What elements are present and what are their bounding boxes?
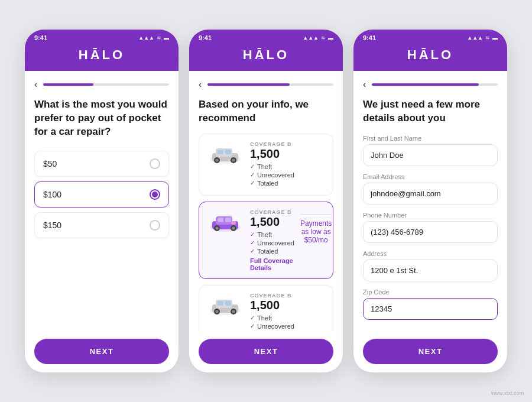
next-button-1[interactable]: NEXT xyxy=(34,339,169,364)
option-list: $50 $100 $150 xyxy=(34,151,169,238)
battery-icon-2: ▬ xyxy=(328,35,333,41)
status-time-2: 9:41 xyxy=(199,34,212,41)
coverage-amount-2: 1,500 xyxy=(250,215,294,229)
app-header-2: HĀLO xyxy=(189,44,343,71)
nav-row-3: ‹ xyxy=(363,79,498,90)
progress-fill-1 xyxy=(43,83,93,86)
watermark: www.xtxt.com xyxy=(491,390,524,396)
progress-track-1 xyxy=(43,83,169,86)
progress-track-2 xyxy=(207,83,333,86)
status-bar-3: 9:41 ▲▲▲ ≋ ▬ xyxy=(353,30,507,44)
input-phone[interactable] xyxy=(363,221,498,243)
input-email[interactable] xyxy=(363,183,498,205)
screen1-content: ‹ What is the most you would prefer to p… xyxy=(25,71,179,332)
feature-1-2: ✓Unrecovered xyxy=(250,171,326,179)
car-icon-1 xyxy=(206,141,244,165)
form-group-zip: Zip Code xyxy=(363,288,498,320)
feature-3-1: ✓Theft xyxy=(250,315,326,322)
phone-screen-1: 9:41 ▲▲▲ ≋ ▬ HĀLO ‹ What is the most you… xyxy=(25,30,179,372)
svg-point-6 xyxy=(216,158,219,161)
details-title: We just need a few more details about yo… xyxy=(363,98,498,125)
svg-point-16 xyxy=(216,226,219,229)
back-button-3[interactable]: ‹ xyxy=(363,79,366,90)
battery-icon-3: ▬ xyxy=(492,35,498,41)
progress-fill-3 xyxy=(372,83,479,86)
coverage-info-1: COVERAGE B 1,500 ✓Theft ✓Unrecovered ✓To… xyxy=(250,141,326,188)
app-logo-2: HĀLO xyxy=(199,47,333,63)
label-email: Email Address xyxy=(363,173,498,180)
svg-rect-13 xyxy=(225,218,231,222)
status-bar-2: 9:41 ▲▲▲ ≋ ▬ xyxy=(189,30,343,44)
phone-screen-2: 9:41 ▲▲▲ ≋ ▬ HĀLO ‹ Based on your info, … xyxy=(189,30,343,372)
coverage-label-1: COVERAGE B xyxy=(250,141,326,147)
signal-icon-3: ▲▲▲ xyxy=(467,35,483,41)
app-logo-3: HĀLO xyxy=(363,47,498,63)
screen2-content: ‹ Based on your info, we recommend xyxy=(189,71,343,332)
feature-1-1: ✓Theft xyxy=(250,163,326,170)
option-150[interactable]: $150 xyxy=(34,212,169,238)
coverage-card-1[interactable]: COVERAGE B 1,500 ✓Theft ✓Unrecovered ✓To… xyxy=(199,134,333,196)
coverage-amount-3: 1,500 xyxy=(250,299,326,312)
svg-rect-3 xyxy=(218,150,223,154)
screen3-content: ‹ We just need a few more details about … xyxy=(353,71,507,332)
progress-fill-2 xyxy=(207,83,289,86)
status-icons-1: ▲▲▲ ≋ ▬ xyxy=(138,35,169,41)
option-label-50: $50 xyxy=(43,159,57,168)
option-label-150: $150 xyxy=(43,221,61,230)
svg-point-8 xyxy=(232,158,235,161)
back-button-2[interactable]: ‹ xyxy=(199,79,202,90)
recommend-title: Based on your info, we recommend xyxy=(199,98,333,125)
battery-icon: ▬ xyxy=(164,35,169,41)
feature-3-2: ✓Unrecovered xyxy=(250,323,326,330)
svg-point-18 xyxy=(232,226,235,229)
radio-150[interactable] xyxy=(150,220,160,231)
status-icons-3: ▲▲▲ ≋ ▬ xyxy=(467,35,498,41)
status-icons-2: ▲▲▲ ≋ ▬ xyxy=(303,35,333,41)
feature-2-1: ✓Theft xyxy=(250,231,294,238)
next-button-3[interactable]: NEXT xyxy=(363,339,498,364)
wifi-icon: ≋ xyxy=(157,35,161,41)
next-button-2[interactable]: NEXT xyxy=(199,339,333,364)
status-time-3: 9:41 xyxy=(363,34,376,41)
back-button-1[interactable]: ‹ xyxy=(34,79,37,90)
screen2-footer: NEXT xyxy=(189,332,343,372)
nav-row-2: ‹ xyxy=(199,79,333,90)
svg-point-25 xyxy=(216,310,219,313)
signal-icon: ▲▲▲ xyxy=(138,35,154,41)
coverage-label-2: COVERAGE B xyxy=(250,209,294,215)
input-name[interactable] xyxy=(363,144,498,166)
svg-rect-22 xyxy=(218,301,223,306)
form-group-address: Address xyxy=(363,250,498,281)
status-bar-1: 9:41 ▲▲▲ ≋ ▬ xyxy=(25,30,179,44)
svg-rect-12 xyxy=(218,218,223,222)
radio-100[interactable] xyxy=(150,189,160,200)
feature-1-3: ✓Totaled xyxy=(250,180,326,187)
app-header-1: HĀLO xyxy=(25,44,179,71)
option-50[interactable]: $50 xyxy=(34,151,169,177)
wifi-icon-3: ≋ xyxy=(485,35,490,41)
option-100[interactable]: $100 xyxy=(34,181,169,208)
car-icon-3 xyxy=(206,293,244,316)
label-name: First and Last Name xyxy=(363,135,498,142)
car-svg-3 xyxy=(209,295,242,316)
app-header-3: HĀLO xyxy=(353,44,507,71)
wifi-icon-2: ≋ xyxy=(321,35,326,41)
coverage-card-2[interactable]: COVERAGE B 1,500 ✓Theft ✓Unrecovered ✓To… xyxy=(199,202,333,279)
screen1-footer: NEXT xyxy=(25,332,179,372)
svg-point-27 xyxy=(232,310,235,313)
input-address[interactable] xyxy=(363,260,498,281)
full-details-link[interactable]: Full Coverage Details xyxy=(250,257,294,271)
coverage-card-3[interactable]: COVERAGE B 1,500 ✓Theft ✓Unrecovered ✓To… xyxy=(199,285,333,332)
coverage-label-3: COVERAGE B xyxy=(250,293,326,299)
phone-screen-3: 9:41 ▲▲▲ ≋ ▬ HĀLO ‹ We just need a few m… xyxy=(353,30,507,372)
car-svg-1 xyxy=(209,144,242,165)
coverage-info-2: COVERAGE B 1,500 ✓Theft ✓Unrecovered ✓To… xyxy=(250,209,294,271)
radio-50[interactable] xyxy=(150,158,160,169)
form-group-phone: Phone Number xyxy=(363,212,498,243)
progress-track-3 xyxy=(372,83,498,86)
form-group-email: Email Address xyxy=(363,173,498,205)
car-icon-2 xyxy=(206,209,244,233)
svg-rect-23 xyxy=(225,301,231,306)
input-zip[interactable] xyxy=(363,298,498,320)
radio-inner-100 xyxy=(152,192,158,197)
